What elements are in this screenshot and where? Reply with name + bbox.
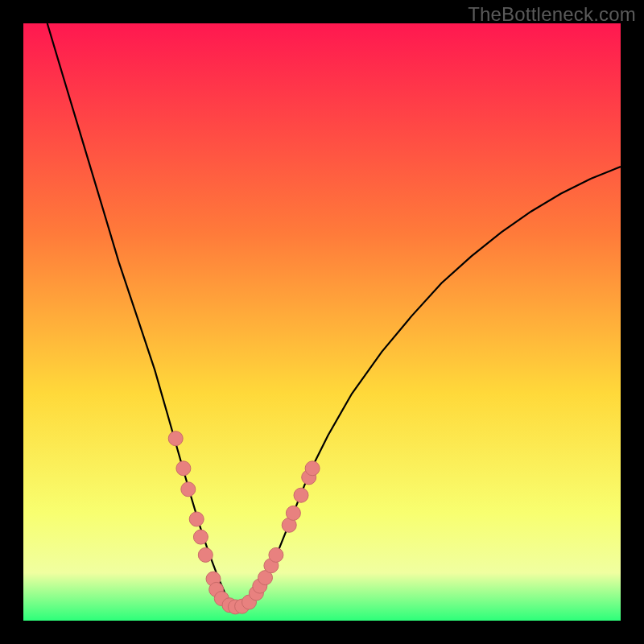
marker-dot (198, 547, 213, 562)
gradient-background (23, 23, 621, 621)
marker-dot (181, 482, 196, 497)
marker-dot (286, 506, 300, 520)
marker-dot (189, 512, 204, 526)
marker-dot (176, 461, 191, 476)
marker-dot (193, 530, 208, 544)
marker-dot (269, 547, 283, 562)
marker-dot (305, 461, 320, 476)
marker-dot (294, 488, 308, 502)
marker-dot (168, 431, 183, 446)
bottleneck-chart (23, 23, 621, 621)
watermark-text: TheBottleneck.com (468, 3, 636, 26)
chart-frame (23, 23, 621, 621)
